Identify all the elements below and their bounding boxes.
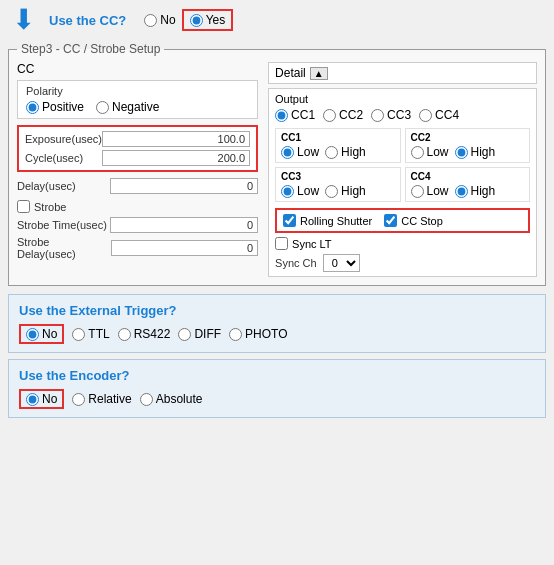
cc3-item: CC3 Low High xyxy=(275,167,400,202)
output-cc3-radio[interactable] xyxy=(371,109,384,122)
cycle-input[interactable] xyxy=(102,150,250,166)
cc2-radios: Low High xyxy=(411,145,524,159)
cc3-low-radio[interactable] xyxy=(281,185,294,198)
trigger-no-option[interactable]: No xyxy=(19,324,64,344)
cc3-high-option[interactable]: High xyxy=(325,184,366,198)
polarity-radios: Positive Negative xyxy=(26,100,249,114)
encoder-absolute-option[interactable]: Absolute xyxy=(140,392,203,406)
cc1-high-option[interactable]: High xyxy=(325,145,366,159)
cc4-item: CC4 Low High xyxy=(405,167,530,202)
cc4-label: CC4 xyxy=(411,171,524,182)
trigger-ttl-option[interactable]: TTL xyxy=(72,327,109,341)
cc4-high-option[interactable]: High xyxy=(455,184,496,198)
encoder-no-option[interactable]: No xyxy=(19,389,64,409)
rolling-shutter-checkbox[interactable] xyxy=(283,214,296,227)
output-radios: CC1 CC2 CC3 xyxy=(275,108,530,122)
cc1-low-radio[interactable] xyxy=(281,146,294,159)
polarity-negative-radio[interactable] xyxy=(96,101,109,114)
strobe-delay-row: Strobe Delay(usec) xyxy=(17,236,258,260)
cc-title: CC xyxy=(17,62,258,76)
trigger-rs422-radio[interactable] xyxy=(118,328,131,341)
output-cc4-radio[interactable] xyxy=(419,109,432,122)
strobe-checkbox[interactable] xyxy=(17,200,30,213)
encoder-relative-radio[interactable] xyxy=(72,393,85,406)
cc2-high-radio[interactable] xyxy=(455,146,468,159)
detail-content: Output CC1 CC2 xyxy=(268,88,537,277)
output-label: Output xyxy=(275,93,530,105)
rolling-shutter-option[interactable]: Rolling Shutter xyxy=(283,214,372,227)
sync-ch-row: Sync Ch 0 1 2 xyxy=(275,254,530,272)
sync-lt-option[interactable]: Sync LT xyxy=(275,237,332,250)
blue-arrow-icon: ⬇ xyxy=(12,6,35,34)
cc3-low-option[interactable]: Low xyxy=(281,184,319,198)
polarity-negative-option[interactable]: Negative xyxy=(96,100,159,114)
cc3-high-radio[interactable] xyxy=(325,185,338,198)
strobe-check-row: Strobe xyxy=(17,200,258,213)
delay-label: Delay(usec) xyxy=(17,180,76,192)
output-cc1-radio[interactable] xyxy=(275,109,288,122)
trigger-no-radio[interactable] xyxy=(26,328,39,341)
cc1-radios: Low High xyxy=(281,145,394,159)
cc1-item: CC1 Low High xyxy=(275,128,400,163)
delay-input[interactable] xyxy=(110,178,258,194)
cc2-low-radio[interactable] xyxy=(411,146,424,159)
encoder-options-row: No Relative Absolute xyxy=(19,389,535,409)
cc1-low-option[interactable]: Low xyxy=(281,145,319,159)
cc4-low-radio[interactable] xyxy=(411,185,424,198)
trigger-photo-option[interactable]: PHOTO xyxy=(229,327,287,341)
cc4-radios: Low High xyxy=(411,184,524,198)
trigger-diff-option[interactable]: DIFF xyxy=(178,327,221,341)
strobe-time-row: Strobe Time(usec) xyxy=(17,217,258,233)
cc-stop-checkbox[interactable] xyxy=(384,214,397,227)
cc2-high-option[interactable]: High xyxy=(455,145,496,159)
output-section: Output CC1 CC2 xyxy=(275,93,530,122)
cc1-high-radio[interactable] xyxy=(325,146,338,159)
use-cc-yes-radio[interactable] xyxy=(190,14,203,27)
polarity-group: Polarity Positive Negative xyxy=(17,80,258,119)
strobe-delay-label: Strobe Delay(usec) xyxy=(17,236,111,260)
encoder-no-radio[interactable] xyxy=(26,393,39,406)
delay-row: Delay(usec) xyxy=(17,178,258,194)
strobe-time-input[interactable] xyxy=(110,217,258,233)
trigger-ttl-radio[interactable] xyxy=(72,328,85,341)
polarity-positive-radio[interactable] xyxy=(26,101,39,114)
sync-ch-label: Sync Ch xyxy=(275,257,317,269)
cc2-label: CC2 xyxy=(411,132,524,143)
detail-title: Detail xyxy=(275,66,306,80)
trigger-rs422-option[interactable]: RS422 xyxy=(118,327,171,341)
use-cc-yes-option[interactable]: Yes xyxy=(182,9,234,31)
use-trigger-question: Use the External Trigger? xyxy=(19,303,535,318)
use-cc-question: Use the CC? xyxy=(49,13,126,28)
cc2-item: CC2 Low High xyxy=(405,128,530,163)
exposure-input[interactable] xyxy=(102,131,250,147)
encoder-relative-option[interactable]: Relative xyxy=(72,392,131,406)
trigger-diff-radio[interactable] xyxy=(178,328,191,341)
trigger-options-row: No TTL RS422 DIFF PHOTO xyxy=(19,324,535,344)
cc-stop-option[interactable]: CC Stop xyxy=(384,214,443,227)
trigger-photo-radio[interactable] xyxy=(229,328,242,341)
rolling-ccstop-row: Rolling Shutter CC Stop xyxy=(275,208,530,233)
cc4-high-radio[interactable] xyxy=(455,185,468,198)
output-cc4-option[interactable]: CC4 xyxy=(419,108,459,122)
cc2-low-option[interactable]: Low xyxy=(411,145,449,159)
output-cc2-radio[interactable] xyxy=(323,109,336,122)
polarity-positive-option[interactable]: Positive xyxy=(26,100,84,114)
left-panel: CC Polarity Positive Negative xyxy=(17,62,258,263)
encoder-absolute-radio[interactable] xyxy=(140,393,153,406)
output-cc2-option[interactable]: CC2 xyxy=(323,108,363,122)
exposure-row: Exposure(usec) xyxy=(25,131,250,147)
use-cc-no-radio[interactable] xyxy=(144,14,157,27)
sync-ch-select[interactable]: 0 1 2 xyxy=(323,254,360,272)
strobe-label: Strobe xyxy=(34,201,66,213)
cc4-low-option[interactable]: Low xyxy=(411,184,449,198)
detail-chevron-icon[interactable]: ▲ xyxy=(310,67,328,80)
sync-lt-checkbox[interactable] xyxy=(275,237,288,250)
output-cc1-option[interactable]: CC1 xyxy=(275,108,315,122)
use-cc-no-option[interactable]: No xyxy=(144,13,175,27)
use-cc-section: ⬇ Use the CC? No Yes xyxy=(8,6,546,34)
strobe-delay-input[interactable] xyxy=(111,240,258,256)
use-cc-radio-group: No Yes xyxy=(144,9,233,31)
use-encoder-section: Use the Encoder? No Relative Absolute xyxy=(8,359,546,418)
use-encoder-question: Use the Encoder? xyxy=(19,368,535,383)
output-cc3-option[interactable]: CC3 xyxy=(371,108,411,122)
